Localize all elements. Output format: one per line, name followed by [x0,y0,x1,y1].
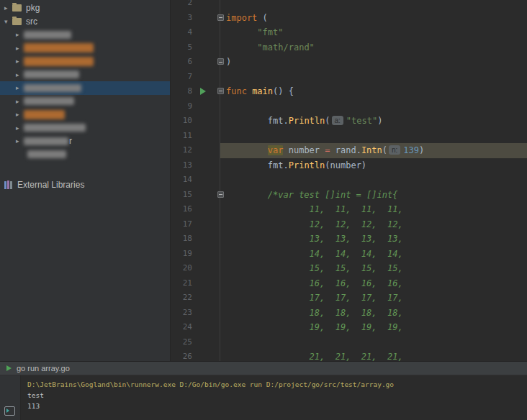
fold-open-icon[interactable] [217,191,224,198]
gutter[interactable] [192,40,220,55]
code-text[interactable]: 16, 16, 16, 16, [220,276,527,291]
code-text[interactable]: 19, 19, 19, 19, [220,320,527,335]
gutter[interactable] [192,114,220,129]
gutter[interactable] [192,84,220,99]
gutter[interactable] [192,306,220,321]
tree-item[interactable]: ▸r [0,134,170,148]
code-text[interactable]: 12, 12, 12, 12, [220,217,527,232]
editor-line[interactable]: 2 [171,0,527,11]
code-text[interactable]: 13, 13, 13, 13, [220,232,527,247]
editor-line[interactable]: 19 14, 14, 14, 14, [171,247,527,262]
gutter[interactable] [192,261,220,276]
tree-item[interactable]: ▸ [0,81,170,95]
editor-line[interactable]: 16 11, 11, 11, 11, [171,202,527,217]
editor-line[interactable]: 13 fmt.Println(number) [171,158,527,173]
chevron-right-icon[interactable]: ▸ [16,111,24,118]
code-text[interactable] [220,99,527,114]
gutter[interactable] [192,158,220,173]
fold-open-icon[interactable] [217,88,224,94]
chevron-right-icon[interactable]: ▸ [4,4,12,12]
tree-item[interactable] [0,148,170,162]
fold-close-icon[interactable] [217,58,224,65]
chevron-right-icon[interactable]: ▸ [16,98,24,105]
chevron-right-icon[interactable]: ▸ [16,137,24,145]
editor-line[interactable]: 10 fmt.Println(a:"test") [171,114,527,129]
fold-open-icon[interactable] [217,14,224,21]
editor-line[interactable]: 15 /*var test []int = []int{ [171,188,527,203]
code-text[interactable] [220,0,527,11]
tree-item[interactable]: ▸ [0,122,170,135]
editor-line[interactable]: 21 16, 16, 16, 16, [171,276,527,291]
chevron-right-icon[interactable]: ▸ [16,45,24,52]
editor-line[interactable]: 20 15, 15, 15, 15, [171,261,527,276]
gutter[interactable] [192,188,220,203]
tree-item[interactable]: ▸ [0,108,170,122]
gutter[interactable] [192,320,220,335]
code-text[interactable]: fmt.Println(number) [220,158,527,173]
code-text[interactable] [220,70,527,85]
gutter[interactable] [192,70,220,85]
tree-item[interactable]: ▸pkg [0,1,170,15]
editor-line[interactable]: 4 "fmt" [171,25,527,40]
gutter[interactable] [192,11,220,26]
editor-panel[interactable]: 23import (4 "fmt"5 "math/rand"6)78func m… [171,0,527,361]
gutter[interactable] [192,143,220,158]
gutter[interactable] [192,232,220,247]
editor-line[interactable]: 8func main() { [171,84,527,99]
gutter[interactable] [192,129,220,144]
editor-line[interactable]: 14 [171,173,527,188]
gutter[interactable] [192,99,220,114]
editor-line[interactable]: 3import ( [171,11,527,26]
chevron-right-icon[interactable]: ▸ [16,84,24,91]
editor-line[interactable]: 7 [171,70,527,85]
editor-line[interactable]: 26 21, 21, 21, 21, [171,350,527,361]
gutter[interactable] [192,25,220,40]
code-text[interactable]: fmt.Println(a:"test") [220,114,527,129]
code-text[interactable]: import ( [220,11,527,26]
gutter[interactable] [192,0,220,11]
tree-item[interactable]: ▾src [0,15,170,29]
editor-line[interactable]: 5 "math/rand" [171,40,527,55]
gutter[interactable] [192,247,220,262]
gutter[interactable] [192,173,220,188]
code-text[interactable] [220,173,527,188]
code-text[interactable]: "math/rand" [220,40,527,55]
code-text[interactable]: var number = rand.Intn(n:139) [220,143,527,158]
editor-line[interactable]: 6) [171,55,527,70]
editor-line[interactable]: 18 13, 13, 13, 13, [171,232,527,247]
console-icon[interactable] [4,406,15,416]
gutter[interactable] [192,55,220,70]
tree-item[interactable]: ▸ [0,95,170,109]
editor-line[interactable]: 11 [171,129,527,144]
code-text[interactable]: 18, 18, 18, 18, [220,306,527,321]
code-text[interactable]: 11, 11, 11, 11, [220,202,527,217]
tree-item[interactable]: ▸ [0,42,170,55]
code-text[interactable]: func main() { [220,84,527,99]
code-text[interactable]: 21, 21, 21, 21, [220,350,527,361]
editor-line[interactable]: 23 18, 18, 18, 18, [171,306,527,321]
chevron-down-icon[interactable]: ▾ [4,18,12,25]
run-icon[interactable] [200,88,206,95]
tree-item[interactable]: ▸ [0,68,170,82]
code-text[interactable]: 14, 14, 14, 14, [220,247,527,262]
editor-line[interactable]: 24 19, 19, 19, 19, [171,320,527,335]
tree-item[interactable]: ▸ [0,55,170,68]
code-text[interactable] [220,335,527,350]
code-text[interactable] [220,129,527,144]
editor-line[interactable]: 25 [171,335,527,350]
editor-line[interactable]: 9 [171,99,527,114]
editor-line[interactable]: 22 17, 17, 17, 17, [171,291,527,306]
tree-item-external-libraries[interactable]: External Libraries [0,178,170,192]
editor-line[interactable]: 17 12, 12, 12, 12, [171,217,527,232]
gutter[interactable] [192,217,220,232]
code-text[interactable]: "fmt" [220,25,527,40]
tree-item[interactable]: ▸ [0,28,170,42]
gutter[interactable] [192,335,220,350]
code-text[interactable]: 17, 17, 17, 17, [220,291,527,306]
gutter[interactable] [192,350,220,361]
code-text[interactable]: ) [220,55,527,70]
gutter[interactable] [192,276,220,291]
code-text[interactable]: /*var test []int = []int{ [220,188,527,203]
chevron-right-icon[interactable]: ▸ [16,31,24,38]
gutter[interactable] [192,291,220,306]
